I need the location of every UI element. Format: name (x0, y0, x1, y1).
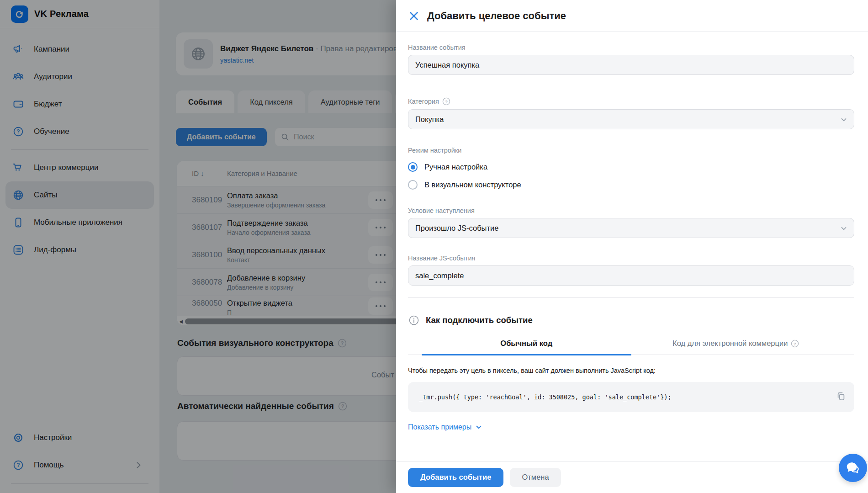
category-value: Покупка (415, 115, 444, 124)
help-icon[interactable]: ? (791, 339, 799, 348)
js-event-label: Название JS-события (408, 254, 854, 262)
drawer-footer: Добавить событие Отмена (396, 461, 868, 493)
chevron-down-icon (840, 116, 848, 124)
mode-label: Режим настройки (408, 147, 854, 154)
radio-icon (408, 162, 418, 172)
code-block: _tmr.push({ type: 'reachGoal', id: 35080… (408, 382, 854, 412)
add-target-event-drawer: Добавить целевое событие Название событи… (396, 0, 868, 493)
tab-ecommerce-code[interactable]: Код для электронной коммерции ? (631, 339, 841, 355)
radio-visual-builder[interactable]: В визуальном конструкторе (408, 180, 854, 190)
show-examples-link[interactable]: Показать примеры (408, 423, 482, 431)
drawer-header: Добавить целевое событие (396, 0, 868, 32)
code-description: Чтобы передать эту цель в пиксель, ваш с… (408, 367, 854, 374)
cancel-button[interactable]: Отмена (510, 468, 561, 487)
condition-select[interactable]: Произошло JS-событие (408, 218, 854, 238)
drawer-title: Добавить целевое событие (427, 10, 566, 22)
tab-regular-code[interactable]: Обычный код (422, 339, 631, 355)
condition-value: Произошло JS-событие (415, 224, 498, 233)
category-select[interactable]: Покупка (408, 109, 854, 129)
vk-ads-app: Виджет Яндекс Билетов · Права на редакти… (0, 0, 868, 493)
js-code-snippet: _tmr.push({ type: 'reachGoal', id: 35080… (419, 393, 672, 401)
svg-text:?: ? (794, 341, 796, 346)
submit-add-event-button[interactable]: Добавить событие (408, 468, 503, 487)
code-tabs: Обычный код Код для электронной коммерци… (408, 339, 854, 355)
divider (408, 88, 854, 88)
info-icon (408, 314, 420, 326)
js-event-input[interactable] (408, 265, 854, 286)
chevron-down-icon (475, 424, 482, 431)
copy-icon[interactable] (836, 391, 846, 403)
chat-bubbles-icon (844, 459, 862, 477)
radio-manual-setup[interactable]: Ручная настройка (408, 162, 854, 172)
event-name-input[interactable] (408, 55, 854, 75)
condition-label: Условие наступления (408, 207, 854, 214)
chevron-down-icon (840, 224, 848, 233)
close-icon[interactable] (408, 11, 419, 21)
svg-text:?: ? (445, 99, 448, 104)
help-icon[interactable]: ? (442, 97, 450, 106)
divider (408, 297, 854, 298)
howto-heading: Как подключить событие (408, 314, 854, 326)
support-chat-button[interactable] (839, 454, 867, 482)
radio-icon (408, 180, 418, 190)
category-label: Категория ? (408, 97, 854, 106)
event-name-label: Название события (408, 44, 854, 51)
drawer-body: Название события Категория ? Покупка Реж… (396, 32, 868, 461)
